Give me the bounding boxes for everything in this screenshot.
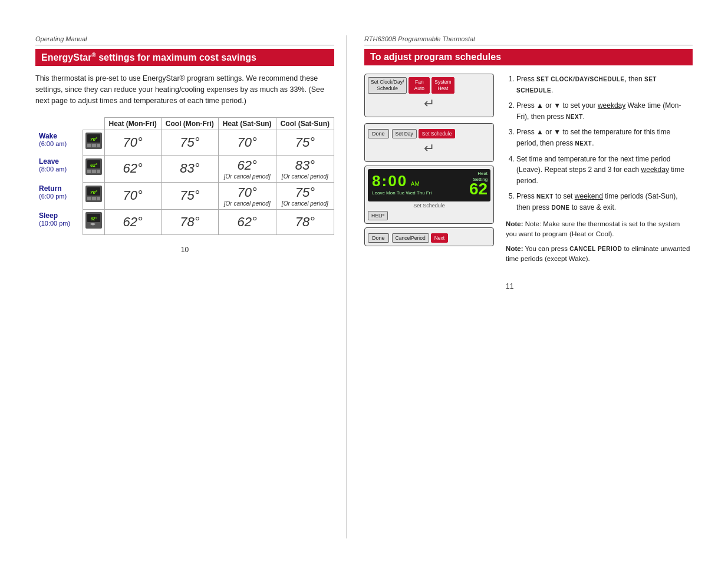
col-heat-ss: Heat (Sat-Sun)	[218, 117, 276, 130]
done-btn-device4[interactable]: Done	[368, 233, 389, 243]
svg-rect-3	[87, 144, 91, 147]
temp-wake-cool-ss: 75°	[276, 130, 334, 155]
set-day-btn[interactable]: Set Day	[392, 129, 417, 138]
display-temp: 62	[469, 180, 487, 199]
svg-text:70°: 70°	[90, 137, 97, 142]
temp-return-heat-ss: 70°[Or cancel period]	[218, 182, 276, 209]
arrow2: ↵	[368, 141, 490, 156]
icon-cell-wake: 70°	[83, 130, 104, 155]
done-btn-device2[interactable]: Done	[368, 129, 389, 138]
svg-rect-9	[87, 170, 91, 173]
right-page-header: RTH6300B Programmable Thermostat	[364, 35, 693, 45]
svg-rect-17	[97, 197, 100, 200]
right-section-title: To adjust program schedules	[364, 49, 693, 65]
device4: Done CancelPeriod Next	[364, 227, 494, 246]
table-row: Leave (8:00 am) 62° 62°	[35, 155, 334, 182]
device3: Heat Setting 8:00 AM Leave Mon Tue Wed T…	[364, 166, 494, 224]
left-page-number: 10	[35, 246, 334, 254]
temp-return-heat-mf: 70°	[104, 182, 161, 209]
right-page: RTH6300B Programmable Thermostat To adju…	[347, 35, 704, 538]
row-label-sleep: Sleep (10:00 pm)	[35, 209, 83, 234]
step-2: Press ▲ or ▼ to set your weekday Wake ti…	[516, 100, 693, 122]
temp-leave-heat-mf: 62°	[104, 155, 161, 182]
row-label-leave: Leave (8:00 am)	[35, 155, 83, 182]
next-btn[interactable]: Next	[431, 233, 448, 243]
temp-leave-cool-mf: 83°	[161, 155, 218, 182]
display-time: 8:00	[372, 172, 407, 190]
svg-rect-5	[97, 144, 100, 147]
icon-cell-sleep: 62°	[83, 209, 104, 234]
temp-sleep-heat-ss: 62°	[218, 209, 276, 234]
temp-sleep-cool-ss: 78°	[276, 209, 334, 234]
cancel-period-btn[interactable]: CancelPeriod	[392, 233, 429, 243]
left-section-title: EnergyStar® settings for maximum cost sa…	[35, 49, 334, 66]
step-5: Press NEXT to set weekend time periods (…	[516, 191, 693, 213]
display-am: AM	[411, 181, 420, 187]
svg-text:62°: 62°	[90, 163, 97, 168]
col-cool-ss: Cool (Sat-Sun)	[276, 117, 334, 130]
instructions: Press SET CLOCK/DAY/SCHEDULE, then SET S…	[506, 74, 693, 290]
svg-rect-10	[92, 170, 96, 173]
thermostat-diagram: Set Clock/Day/ Schedule FanAuto SystemHe…	[364, 74, 494, 290]
note2: Note: You can press CANCEL PERIOD to eli…	[506, 244, 693, 265]
temp-leave-heat-ss: 62°[Or cancel period]	[218, 155, 276, 182]
intro-text: This thermostat is pre-set to use Energy…	[35, 73, 334, 106]
svg-rect-15	[87, 197, 91, 200]
set-schedule-label: Set Schedule	[368, 203, 490, 209]
steps-list: Press SET CLOCK/DAY/SCHEDULE, then SET S…	[506, 74, 693, 213]
device1: Set Clock/Day/ Schedule FanAuto SystemHe…	[364, 74, 494, 117]
temp-leave-cool-ss: 83°[Or cancel period]	[276, 155, 334, 182]
row-label-return: Return (6:00 pm)	[35, 182, 83, 209]
temp-return-cool-ss: 75°[Or cancel period]	[276, 182, 334, 209]
col-cool-mf: Cool (Mon-Fri)	[161, 117, 218, 130]
set-schedule-btn[interactable]: Set Schedule	[419, 129, 456, 138]
temp-sleep-cool-mf: 78°	[161, 209, 218, 234]
svg-text:62°: 62°	[90, 217, 97, 221]
temp-wake-heat-mf: 70°	[104, 130, 161, 155]
svg-text:70°: 70°	[90, 190, 97, 195]
set-clock-day-schedule-btn[interactable]: Set Clock/Day/ Schedule	[368, 77, 407, 94]
icon-cell-return: 70°	[83, 182, 104, 209]
arrow1: ↵	[368, 96, 490, 111]
right-page-number: 11	[506, 282, 693, 290]
system-heat-btn[interactable]: SystemHeat	[431, 77, 454, 94]
left-page-header: Operating Manual	[35, 35, 334, 45]
step-1: Press SET CLOCK/DAY/SCHEDULE, then SET S…	[516, 74, 693, 95]
therm-display: Heat Setting 8:00 AM Leave Mon Tue Wed T…	[368, 169, 490, 201]
svg-rect-16	[92, 197, 96, 200]
table-row: Sleep (10:00 pm) 62° 62° 78°	[35, 209, 334, 234]
settings-table: Heat (Mon-Fri) Cool (Mon-Fri) Heat (Sat-…	[35, 117, 334, 235]
svg-rect-11	[97, 170, 100, 173]
temp-return-cool-mf: 75°	[161, 182, 218, 209]
col-heat-mf: Heat (Mon-Fri)	[104, 117, 161, 130]
step-4: Set time and temperature for the next ti…	[516, 154, 693, 187]
left-page: Operating Manual EnergyStar® settings fo…	[24, 35, 347, 538]
row-label-wake: Wake (6:00 am)	[35, 130, 83, 155]
help-btn[interactable]: HELP	[368, 211, 388, 220]
note1: Note: Note: Make sure the thermostat is …	[506, 219, 693, 240]
fan-auto-btn[interactable]: FanAuto	[409, 77, 430, 94]
table-row: Wake (6:00 am) 70° 70°	[35, 130, 334, 155]
temp-wake-heat-ss: 70°	[218, 130, 276, 155]
temp-sleep-heat-mf: 62°	[104, 209, 161, 234]
step-3: Press ▲ or ▼ to set the temperature for …	[516, 127, 693, 148]
icon-cell-leave: 62°	[83, 155, 104, 182]
device2: Done Set Day Set Schedule ↵	[364, 123, 494, 162]
table-row: Return (6:00 pm) 70° 70°	[35, 182, 334, 209]
temp-wake-cool-mf: 75°	[161, 130, 218, 155]
svg-rect-4	[92, 144, 96, 147]
